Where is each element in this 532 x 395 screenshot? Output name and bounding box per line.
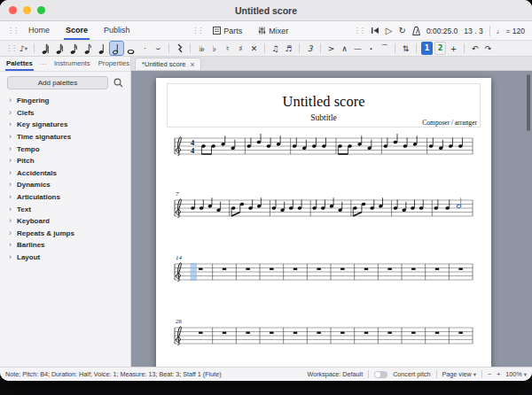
palette-item-label: Fingering bbox=[17, 97, 49, 105]
duration-16th-button[interactable] bbox=[67, 42, 81, 55]
palette-item-time-signatures[interactable]: ›Time signatures bbox=[0, 131, 130, 143]
palette-item-text[interactable]: ›Text bbox=[0, 203, 130, 215]
palette-item-pitch[interactable]: ›Pitch bbox=[0, 155, 130, 167]
concert-pitch-label: Concert pitch bbox=[393, 370, 430, 378]
slur-button[interactable]: ⌒ bbox=[379, 42, 390, 55]
rest-button[interactable] bbox=[174, 42, 185, 55]
staff-system-1[interactable]: 44 bbox=[171, 126, 476, 167]
search-icon[interactable] bbox=[113, 78, 123, 88]
tie-button[interactable]: ⌣ bbox=[153, 42, 164, 55]
flat-button[interactable]: ♭ bbox=[208, 42, 220, 55]
staff-system-2[interactable]: 7 bbox=[171, 188, 476, 228]
double-flat-button[interactable]: ♭♭ bbox=[195, 42, 207, 55]
voice-2-button[interactable]: 2 bbox=[434, 42, 446, 55]
add-button[interactable]: + bbox=[448, 42, 459, 55]
document-tab[interactable]: *Untitled score × bbox=[135, 58, 201, 70]
score-canvas[interactable]: Untitled score Subtitle Composer / arran… bbox=[131, 71, 532, 367]
duration-quarter-button[interactable] bbox=[96, 42, 109, 55]
note-input-toggle-button[interactable]: ♪ ▾ bbox=[18, 42, 29, 55]
add-palettes-button[interactable]: Add palettes bbox=[7, 76, 108, 89]
zoom-out-button[interactable]: − bbox=[488, 370, 491, 378]
palette-item-layout[interactable]: ›Layout bbox=[0, 252, 130, 264]
tab-instruments[interactable]: Instruments bbox=[53, 58, 91, 71]
minimize-window-button[interactable] bbox=[23, 6, 31, 14]
workspace-selector[interactable]: Workspace: Default bbox=[308, 370, 364, 378]
palette-item-repeats-jumps[interactable]: ›Repeats & jumps bbox=[0, 228, 130, 240]
palette-item-label: Time signatures bbox=[17, 133, 71, 141]
play-button[interactable]: ▷ bbox=[386, 26, 393, 35]
page-view-selector[interactable]: Page view ▾ bbox=[442, 370, 476, 378]
main-toolbar: ⋮⋮ Home Score Publish ⋮⋮ Parts bbox=[0, 21, 532, 41]
rewind-button[interactable] bbox=[371, 27, 379, 35]
tab-publish[interactable]: Publish bbox=[102, 21, 132, 40]
palette-item-label: Key signatures bbox=[17, 120, 67, 128]
playback-time[interactable]: 0:00:25.0 bbox=[426, 27, 458, 35]
double-sharp-button[interactable]: ✕ bbox=[248, 42, 260, 55]
sharp-button[interactable]: ♯ bbox=[235, 42, 246, 55]
tab-properties[interactable]: Properties bbox=[98, 58, 131, 71]
tab-home[interactable]: Home bbox=[27, 21, 51, 40]
marcato-button[interactable]: ∧ bbox=[339, 42, 350, 55]
chevron-right-icon: › bbox=[9, 217, 12, 225]
zoom-in-button[interactable]: + bbox=[497, 370, 500, 378]
flip-direction-button[interactable]: ⇅ bbox=[400, 42, 411, 55]
palette-item-clefs[interactable]: ›Clefs bbox=[0, 107, 130, 120]
palette-item-dynamics[interactable]: ›Dynamics bbox=[0, 179, 130, 191]
palette-item-barlines[interactable]: ›Barlines bbox=[0, 239, 130, 252]
duration-8th-button[interactable] bbox=[82, 42, 95, 55]
more-icon[interactable]: ··· bbox=[40, 60, 47, 68]
duration-32nd-button[interactable] bbox=[53, 42, 66, 55]
app-tabs: Home Score Publish bbox=[27, 21, 132, 40]
parts-button[interactable]: Parts bbox=[207, 25, 247, 37]
palette-item-tempo[interactable]: ›Tempo bbox=[0, 143, 130, 155]
close-window-button[interactable] bbox=[9, 6, 17, 14]
natural-button[interactable]: ♮ bbox=[222, 42, 233, 55]
duration-whole-button[interactable] bbox=[124, 42, 137, 55]
tab-score[interactable]: Score bbox=[64, 21, 90, 40]
augmentation-dot-button[interactable]: · bbox=[139, 42, 151, 55]
metronome-icon bbox=[412, 27, 420, 35]
palette-item-fingering[interactable]: ›Fingering bbox=[0, 95, 130, 107]
voice-1-button[interactable]: 1 bbox=[421, 42, 433, 55]
palette-item-keyboard[interactable]: ›Keyboard bbox=[0, 215, 130, 228]
staccato-button[interactable]: · bbox=[365, 42, 377, 55]
caret-down-icon: ▾ bbox=[25, 45, 27, 52]
document-tab-bar: *Untitled score × bbox=[131, 57, 532, 71]
chevron-right-icon: › bbox=[9, 169, 12, 177]
beam-sixteenth-button[interactable]: ♬ bbox=[283, 42, 294, 55]
loop-button[interactable]: ↻ bbox=[399, 26, 406, 35]
duration-64th-button[interactable] bbox=[39, 42, 52, 55]
palette-item-articulations[interactable]: ›Articulations bbox=[0, 191, 130, 204]
chevron-right-icon: › bbox=[9, 205, 12, 213]
concert-pitch-toggle[interactable] bbox=[374, 371, 387, 378]
tuplet-button[interactable]: 3 bbox=[304, 42, 316, 55]
zoom-level[interactable]: 100% ▾ bbox=[505, 370, 527, 378]
beam-eighth-button[interactable]: ♫ bbox=[270, 42, 281, 55]
chevron-right-icon: › bbox=[9, 241, 12, 249]
palette-item-accidentals[interactable]: ›Accidentals bbox=[0, 167, 130, 180]
mixer-button[interactable]: Mixer bbox=[253, 25, 293, 37]
score-page[interactable]: Untitled score Subtitle Composer / arran… bbox=[156, 78, 491, 367]
zoom-window-button[interactable] bbox=[37, 6, 45, 14]
status-bar: Note; Pitch: B4; Duration: Half; Voice: … bbox=[0, 367, 532, 381]
redo-button[interactable]: ↷ bbox=[482, 42, 494, 55]
undo-button[interactable]: ↶ bbox=[469, 42, 481, 55]
accent-button[interactable]: > bbox=[325, 42, 337, 55]
musescore-window: Untitled score ⋮⋮ Home Score Publish ⋮⋮ … bbox=[0, 0, 532, 381]
metronome-button[interactable] bbox=[412, 27, 420, 35]
vertical-scrollbar[interactable] bbox=[527, 74, 530, 131]
close-tab-icon[interactable]: × bbox=[190, 60, 194, 69]
tempo-display[interactable]: ♩ = 120 bbox=[497, 27, 525, 35]
duration-half-button[interactable] bbox=[110, 42, 123, 55]
caret-down-icon: ▾ bbox=[524, 371, 527, 377]
staff-system-4[interactable]: 26 bbox=[171, 315, 476, 356]
tenuto-button[interactable]: — bbox=[352, 42, 364, 55]
playback-beat[interactable]: 13 . 3 bbox=[464, 27, 482, 35]
staff-system-3[interactable]: 14 bbox=[171, 252, 476, 292]
palette-item-label: Clefs bbox=[17, 109, 35, 117]
score-title[interactable]: Untitled score bbox=[168, 93, 480, 111]
svg-text:4: 4 bbox=[191, 146, 195, 155]
tab-palettes[interactable]: Palettes bbox=[5, 58, 34, 71]
palette-item-key-signatures[interactable]: ›Key signatures bbox=[0, 119, 130, 131]
drag-handle-icon: ⋮⋮ bbox=[192, 27, 202, 35]
